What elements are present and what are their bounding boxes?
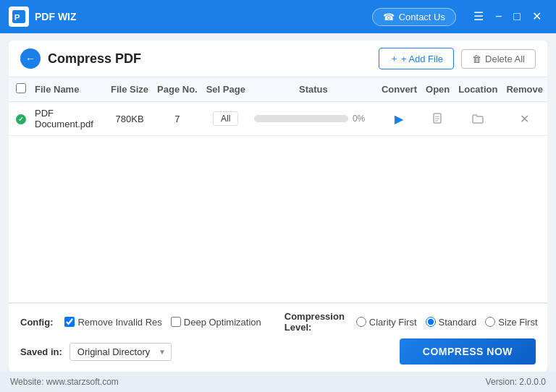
selpage-header: Sel Page <box>202 77 250 102</box>
remove-cell[interactable]: ✕ <box>502 102 547 136</box>
hamburger-menu-button[interactable]: ☰ <box>468 8 489 25</box>
bottom-config: Config: Remove Invalid Res Deep Optimiza… <box>9 303 547 372</box>
title-bar: P PDF WIZ ☎ Contact Us ☰ − □ ✕ <box>0 0 556 33</box>
add-file-button[interactable]: ＋ + Add File <box>379 48 454 69</box>
website-text: Website: www.starzsoft.com <box>10 377 119 387</box>
file-table-body: ✓ PDF Document.pdf 780KB 7 All <box>9 102 547 136</box>
location-header: Location <box>454 77 502 102</box>
select-all-checkbox[interactable] <box>16 83 26 93</box>
size-first-label[interactable]: Size First <box>485 317 537 328</box>
app-title: PDF WIZ <box>35 11 372 22</box>
version-text: Version: 2.0.0.0 <box>486 377 546 387</box>
saved-in-select[interactable]: Original Directory Custom Directory <box>70 343 172 361</box>
status-cell: 0% <box>250 102 377 136</box>
select-all-header <box>9 77 30 102</box>
app-logo: P <box>9 7 29 27</box>
saved-in-select-wrap: Original Directory Custom Directory ▼ <box>70 343 172 361</box>
filesize-header: File Size <box>106 77 153 102</box>
progress-bar-wrap <box>254 115 348 122</box>
main-content: ← Compress PDF ＋ + Add File 🗑 Delete All… <box>0 33 556 372</box>
page-title: Compress PDF <box>48 51 379 67</box>
compression-level-label: Compression Level: <box>285 311 345 333</box>
compress-now-button[interactable]: COMPRESS NOW <box>400 338 536 365</box>
file-table: File Name File Size Page No. Sel Page St… <box>9 77 547 136</box>
file-size-cell: 780KB <box>106 102 153 136</box>
pageno-header: Page No. <box>153 77 202 102</box>
contact-us-button[interactable]: ☎ Contact Us <box>372 8 456 26</box>
file-table-container: File Name File Size Page No. Sel Page St… <box>9 77 547 303</box>
plus-icon: ＋ <box>389 52 399 65</box>
sel-page-cell[interactable]: All <box>202 102 250 136</box>
remove-icon[interactable]: ✕ <box>517 111 532 127</box>
remove-invalid-res-checkbox[interactable] <box>64 317 75 327</box>
size-first-radio[interactable] <box>485 317 495 327</box>
sel-page-button[interactable]: All <box>213 111 238 126</box>
radio-group: Clarity First Standard Size First <box>356 317 538 328</box>
saved-in-label: Saved in: <box>20 346 62 357</box>
saved-in-row: Saved in: Original Directory Custom Dire… <box>20 338 536 365</box>
footer: Website: www.starzsoft.com Version: 2.0.… <box>0 372 556 392</box>
minimize-button[interactable]: − <box>489 8 507 25</box>
contact-icon: ☎ <box>383 12 395 22</box>
folder-icon[interactable] <box>469 112 486 125</box>
clarity-first-label[interactable]: Clarity First <box>356 317 417 328</box>
convert-cell[interactable]: ▶ <box>377 102 421 136</box>
deep-optimization-checkbox[interactable] <box>171 317 181 327</box>
clarity-first-radio[interactable] <box>356 317 366 327</box>
convert-header: Convert <box>377 77 421 102</box>
standard-radio[interactable] <box>426 317 436 327</box>
open-header: Open <box>421 77 454 102</box>
page-header: ← Compress PDF ＋ + Add File 🗑 Delete All <box>9 41 547 77</box>
file-view-icon[interactable] <box>429 111 447 126</box>
file-name-cell: PDF Document.pdf <box>30 102 106 136</box>
standard-label[interactable]: Standard <box>426 317 477 328</box>
close-window-button[interactable]: ✕ <box>526 8 547 25</box>
status-header: Status <box>250 77 377 102</box>
row-checkbox-cell: ✓ <box>9 102 30 136</box>
delete-all-button[interactable]: 🗑 Delete All <box>461 49 536 69</box>
deep-optimization-label[interactable]: Deep Optimization <box>171 317 261 328</box>
maximize-button[interactable]: □ <box>507 8 526 25</box>
open-cell[interactable] <box>421 102 454 136</box>
config-row: Config: Remove Invalid Res Deep Optimiza… <box>20 311 536 333</box>
table-row: ✓ PDF Document.pdf 780KB 7 All <box>9 102 547 136</box>
progress-percent: 0% <box>353 114 373 124</box>
svg-text:P: P <box>14 12 20 22</box>
trash-icon: 🗑 <box>472 54 481 64</box>
remove-invalid-res-label[interactable]: Remove Invalid Res <box>64 317 161 328</box>
location-cell[interactable] <box>454 102 502 136</box>
play-icon[interactable]: ▶ <box>392 111 406 127</box>
filename-header: File Name <box>30 77 106 102</box>
back-button[interactable]: ← <box>20 48 41 69</box>
back-arrow-icon: ← <box>25 53 35 64</box>
checked-icon: ✓ <box>16 114 26 124</box>
config-label: Config: <box>20 317 53 328</box>
remove-header: Remove <box>502 77 547 102</box>
page-no-cell: 7 <box>153 102 202 136</box>
